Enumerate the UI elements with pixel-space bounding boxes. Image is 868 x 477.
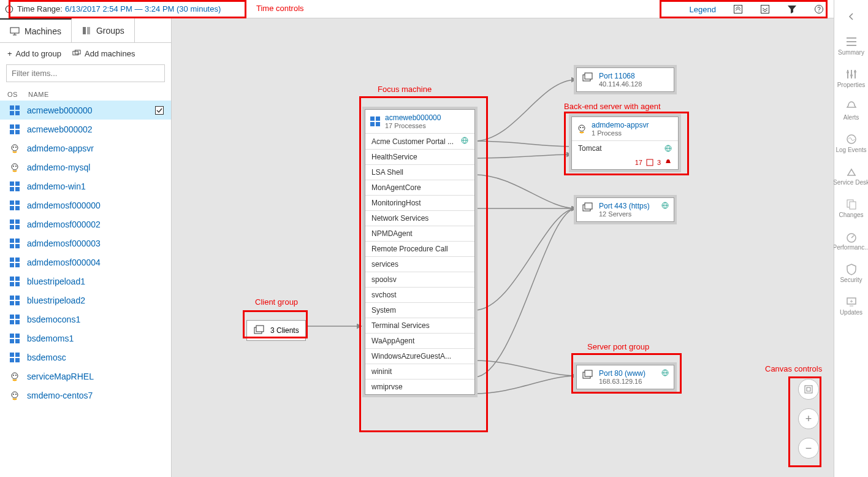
svg-rect-12 <box>10 111 14 115</box>
appsvr-proc-tomcat[interactable]: Tomcat <box>572 140 678 156</box>
minus-icon: − <box>805 442 812 455</box>
process-row[interactable]: System <box>365 302 474 318</box>
rail-label: Properties <box>837 82 866 88</box>
machine-row[interactable]: admdemosf000000 <box>0 196 171 215</box>
bell-icon <box>664 159 672 166</box>
collapse-all-icon[interactable] <box>733 4 743 14</box>
svg-rect-62 <box>15 353 20 357</box>
process-row[interactable]: Network Services <box>365 210 474 226</box>
appsvr-node[interactable]: admdemo-appsvr 1 Process Tomcat 17 3 <box>571 116 679 170</box>
machine-row[interactable]: admdemosf000004 <box>0 253 171 272</box>
add-machines-button[interactable]: Add machines <box>72 49 135 58</box>
process-row[interactable]: NPMDAgent <box>365 226 474 241</box>
port-443-node[interactable]: Port 443 (https) 12 Servers <box>576 197 674 222</box>
machine-row[interactable]: admdemosf000003 <box>0 234 171 253</box>
legend-link[interactable]: Legend <box>690 5 716 14</box>
machine-row[interactable]: admdemo-appsvr <box>0 139 171 158</box>
servers-icon <box>82 26 91 36</box>
svg-rect-50 <box>15 296 20 300</box>
tab-machines[interactable]: Machines <box>0 18 72 42</box>
process-row[interactable]: Acme Customer Portal ... <box>365 133 474 149</box>
process-row[interactable]: services <box>365 256 474 272</box>
port-80-node[interactable]: Port 80 (www) 168.63.129.16 <box>576 365 674 389</box>
svg-rect-27 <box>10 187 14 191</box>
process-name: System <box>371 306 396 315</box>
rail-item-updates[interactable]: Updates <box>832 289 868 322</box>
process-row[interactable]: Terminal Services <box>365 318 474 333</box>
process-row[interactable]: wmiprvse <box>365 379 474 394</box>
process-row[interactable]: WaAppAgent <box>365 333 474 348</box>
filter-input[interactable] <box>6 64 165 82</box>
machine-row[interactable]: acmeweb000000 <box>0 101 171 120</box>
process-name: svchost <box>371 291 397 299</box>
filter-icon[interactable] <box>787 4 797 14</box>
rail-item-logevents[interactable]: Log Events <box>832 127 868 159</box>
process-row[interactable]: Remote Procedure Call <box>365 241 474 256</box>
rail-item-properties[interactable]: Properties <box>832 62 868 94</box>
machine-row[interactable]: smdemo-centos7 <box>0 386 171 405</box>
zoom-out-button[interactable]: − <box>798 438 819 459</box>
process-row[interactable]: LSA Shell <box>365 164 474 180</box>
machine-list[interactable]: acmeweb000000acmeweb000002admdemo-appsvr… <box>0 101 171 405</box>
map-canvas[interactable]: 3 Clients acmeweb000000 17 Processes Acm… <box>172 18 834 477</box>
edges-layer <box>172 18 834 477</box>
svg-point-22 <box>12 164 18 170</box>
machine-name: smdemo-centos7 <box>27 391 93 400</box>
machine-row[interactable]: bluestripeload2 <box>0 291 171 310</box>
add-machines-label: Add machines <box>85 49 135 58</box>
process-row[interactable]: HealthService <box>365 149 474 164</box>
fit-button[interactable] <box>798 379 819 400</box>
machine-row[interactable]: serviceMapRHEL <box>0 367 171 386</box>
svg-rect-57 <box>10 334 14 338</box>
tab-groups[interactable]: Groups <box>72 18 135 42</box>
checkbox-checked-icon[interactable] <box>155 106 164 115</box>
process-row[interactable]: MonAgentCore <box>365 180 474 195</box>
rail-item-alerts[interactable]: Alerts <box>832 94 868 127</box>
port-80-sub: 168.63.129.16 <box>599 378 645 385</box>
clients-pill[interactable]: 3 Clients <box>246 320 306 341</box>
svg-rect-26 <box>15 181 20 186</box>
machine-row[interactable]: bsdemocons1 <box>0 310 171 329</box>
rail-item-security[interactable]: Security <box>832 257 868 289</box>
linux-icon <box>7 372 22 381</box>
machine-row[interactable]: bsdemosc <box>0 348 171 367</box>
linux-icon <box>7 391 22 400</box>
process-row[interactable]: wininit <box>365 364 474 379</box>
svg-rect-25 <box>10 181 14 186</box>
machine-row[interactable]: bsdemoms1 <box>0 329 171 348</box>
time-range-value[interactable]: 6/13/2017 2:54 PM — 3:24 PM (30 minutes) <box>65 4 221 13</box>
changes-icon <box>845 198 858 210</box>
focus-machine-node[interactable]: acmeweb000000 17 Processes Acme Customer… <box>365 109 475 395</box>
svg-rect-94 <box>585 203 592 209</box>
machine-row[interactable]: acmeweb000002 <box>0 120 171 139</box>
rail-item-servicedesk[interactable]: Service Desk <box>832 159 868 192</box>
rail-item-summary[interactable]: Summary <box>832 29 868 62</box>
process-row[interactable]: spoolsv <box>365 272 474 287</box>
svg-rect-99 <box>805 386 812 393</box>
machine-row[interactable]: admdemo-win1 <box>0 177 171 196</box>
process-row[interactable]: svchost <box>365 287 474 302</box>
annot-time-controls-label: Time controls <box>256 4 304 13</box>
machine-row[interactable]: admdemo-mysql <box>0 158 171 177</box>
help-icon[interactable]: ? <box>814 4 824 14</box>
svg-point-65 <box>12 373 18 379</box>
rail-item-performance[interactable]: Performanc... <box>832 224 868 257</box>
rail-collapse-button[interactable] <box>834 4 868 29</box>
add-to-group-button[interactable]: + Add to group <box>7 49 61 58</box>
machine-row[interactable]: bluestripeload1 <box>0 272 171 291</box>
expand-all-icon[interactable] <box>760 4 770 14</box>
windows-icon <box>370 116 380 126</box>
updates-icon <box>845 296 858 308</box>
rail-label: Updates <box>840 309 862 316</box>
rail-item-changes[interactable]: Changes <box>832 192 868 224</box>
process-row[interactable]: MonitoringHost <box>365 195 474 210</box>
svg-rect-81 <box>370 116 375 121</box>
plus-icon: + <box>805 413 812 425</box>
svg-rect-63 <box>10 358 14 362</box>
process-row[interactable]: WindowsAzureGuestA... <box>365 348 474 364</box>
port-11068-node[interactable]: Port 11068 40.114.46.128 <box>576 67 674 92</box>
security-icon <box>845 263 858 275</box>
svg-rect-14 <box>156 106 164 114</box>
machine-row[interactable]: admdemosf000002 <box>0 215 171 234</box>
zoom-in-button[interactable]: + <box>798 408 819 429</box>
